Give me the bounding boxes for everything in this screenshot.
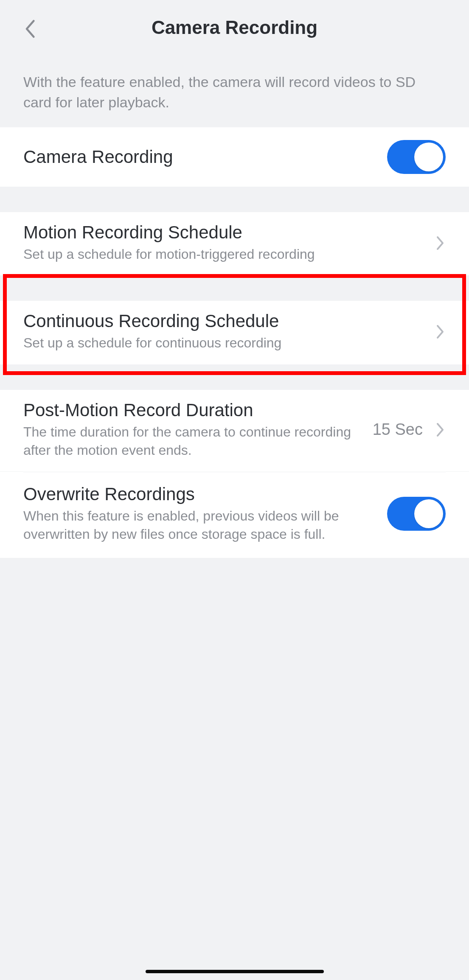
chevron-right-icon <box>435 235 446 252</box>
page-title: Camera Recording <box>152 17 317 38</box>
toggle-knob <box>414 499 443 528</box>
overwrite-recordings-row: Overwrite Recordings When this feature i… <box>0 472 469 558</box>
continuous-recording-schedule-row[interactable]: Continuous Recording Schedule Set up a s… <box>0 301 469 364</box>
back-button[interactable] <box>21 16 38 42</box>
camera-recording-label: Camera Recording <box>23 147 173 167</box>
post-motion-record-duration-row[interactable]: Post-Motion Record Duration The time dur… <box>0 390 469 471</box>
continuous-schedule-label: Continuous Recording Schedule <box>23 311 427 331</box>
overwrite-toggle[interactable] <box>387 497 446 531</box>
motion-schedule-label: Motion Recording Schedule <box>23 222 427 243</box>
motion-schedule-sub: Set up a schedule for motion-triggered r… <box>23 245 427 263</box>
continuous-schedule-sub: Set up a schedule for continuous recordi… <box>23 334 427 352</box>
intro-text: With the feature enabled, the camera wil… <box>0 59 469 127</box>
chevron-left-icon <box>24 19 36 39</box>
overwrite-sub: When this feature is enabled, previous v… <box>23 507 374 543</box>
overwrite-label: Overwrite Recordings <box>23 484 374 504</box>
home-indicator[interactable] <box>146 970 324 973</box>
motion-recording-schedule-row[interactable]: Motion Recording Schedule Set up a sched… <box>0 212 469 275</box>
camera-recording-row: Camera Recording <box>0 127 469 187</box>
header: Camera Recording <box>0 0 469 59</box>
chevron-right-icon <box>435 421 446 438</box>
section-gap <box>0 275 469 301</box>
toggle-knob <box>414 143 443 171</box>
post-motion-sub: The time duration for the camera to cont… <box>23 423 368 459</box>
camera-recording-toggle[interactable] <box>387 140 446 174</box>
section-gap <box>0 187 469 212</box>
post-motion-label: Post-Motion Record Duration <box>23 400 368 420</box>
section-gap <box>0 364 469 390</box>
post-motion-value: 15 Sec <box>373 420 423 439</box>
chevron-right-icon <box>435 323 446 340</box>
